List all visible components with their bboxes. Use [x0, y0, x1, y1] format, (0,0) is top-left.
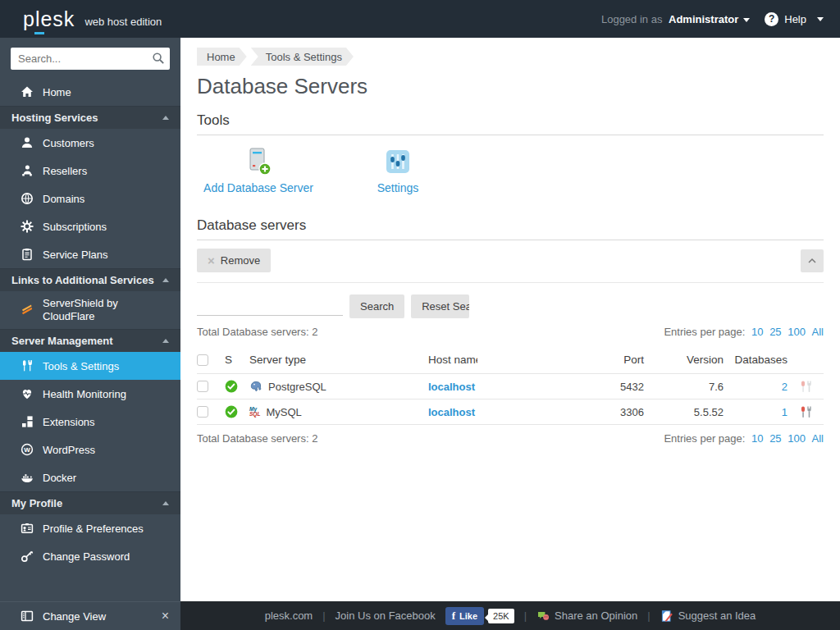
row-checkbox[interactable]: [197, 406, 208, 418]
sidebar-item-tools-settings[interactable]: Tools & Settings: [0, 352, 180, 380]
page-size-25[interactable]: 25: [769, 432, 781, 445]
webadmin-tools-icon[interactable]: [799, 405, 813, 419]
settings-button[interactable]: Settings: [353, 147, 443, 194]
col-databases: Databases: [724, 354, 788, 366]
facebook-like-widget[interactable]: f Like 25K: [445, 607, 514, 625]
sidebar-item-resellers[interactable]: Resellers: [0, 157, 180, 185]
search-button[interactable]: Search: [349, 294, 404, 318]
servers-table: S Server type Host name Port Version Dat…: [197, 346, 824, 425]
sidebar-section-server-management[interactable]: Server Management: [0, 329, 180, 352]
add-database-server-button[interactable]: Add Database Server: [197, 147, 320, 194]
sidebar-item-health-monitoring[interactable]: Health Monitoring: [0, 380, 180, 408]
sidebar-item-servershield[interactable]: ServerShield by CloudFlare: [0, 291, 180, 329]
status-ok-icon: [225, 405, 238, 418]
close-icon[interactable]: ×: [162, 609, 169, 623]
col-version: Version: [644, 354, 724, 366]
change-view-button[interactable]: Change View ×: [0, 601, 180, 630]
remove-x-icon: ×: [208, 257, 215, 265]
note-pencil-icon: [660, 609, 673, 623]
reset-search-button[interactable]: Reset Search: [411, 294, 469, 318]
page-title: Database Servers: [197, 74, 824, 99]
layout-icon: [21, 609, 34, 623]
col-port: Port: [562, 354, 644, 366]
breadcrumb: Home Tools & Settings: [197, 48, 824, 66]
footer: plesk.com | Join Us on Facebook f Like 2…: [180, 601, 840, 630]
help-icon: ?: [765, 12, 778, 26]
select-all-checkbox[interactable]: [197, 354, 208, 366]
row-checkbox[interactable]: [197, 381, 208, 392]
id-card-icon: [21, 522, 34, 535]
sidebar-item-profile-preferences[interactable]: Profile & Preferences: [0, 514, 180, 542]
page-size-10[interactable]: 10: [751, 432, 763, 445]
chevron-up-icon: [162, 339, 169, 343]
sidebar-item-service-plans[interactable]: Service Plans: [0, 240, 180, 268]
help-menu[interactable]: ? Help: [765, 12, 824, 26]
database-server-add-icon: [244, 147, 272, 176]
cloudflare-flag-icon: [21, 304, 34, 317]
breadcrumb-home[interactable]: Home: [197, 48, 247, 66]
sidebar-item-home[interactable]: Home: [0, 78, 180, 106]
table-header-row: S Server type Host name Port Version Dat…: [197, 346, 824, 374]
remove-button[interactable]: × Remove: [197, 249, 271, 272]
filter-input[interactable]: [197, 298, 343, 316]
user-menu[interactable]: Administrator: [669, 13, 738, 25]
page-size-all[interactable]: All: [812, 326, 824, 338]
webadmin-tools-icon[interactable]: [799, 380, 813, 394]
chevron-down-icon: [817, 17, 824, 21]
host-link[interactable]: localhost: [428, 406, 562, 418]
plesk-logo[interactable]: plesk: [23, 7, 75, 31]
chevron-up-icon: [162, 501, 169, 505]
sidebar-item-wordpress[interactable]: W WordPress: [0, 436, 180, 463]
total-count-label: Total Database servers: 2: [197, 432, 317, 445]
port-value: 3306: [562, 406, 644, 418]
databases-count-link[interactable]: 1: [724, 406, 788, 418]
list-toolbar: × Remove: [197, 249, 824, 283]
entries-per-page: Entries per page: 10 25 100 All: [664, 432, 824, 445]
breadcrumb-tools-settings[interactable]: Tools & Settings: [251, 48, 354, 66]
suggest-idea-link[interactable]: Suggest an Idea: [660, 609, 756, 623]
sidebar-item-customers[interactable]: Customers: [0, 129, 180, 157]
total-count-label: Total Database servers: 2: [197, 326, 317, 338]
page-size-100[interactable]: 100: [788, 326, 806, 338]
facebook-link[interactable]: Join Us on Facebook: [336, 609, 436, 622]
collapse-toolbar-button[interactable]: [801, 249, 824, 272]
page-size-25[interactable]: 25: [769, 326, 781, 338]
logged-in-as[interactable]: Logged in as Administrator: [601, 13, 750, 25]
host-link[interactable]: localhost: [428, 381, 562, 393]
chevron-up-icon: [806, 255, 818, 267]
sidebar-item-subscriptions[interactable]: Subscriptions: [0, 212, 180, 240]
chevron-down-icon: [743, 18, 750, 22]
facebook-icon: f: [452, 609, 455, 623]
page-size-all[interactable]: All: [812, 432, 824, 445]
col-host-name: Host name: [428, 354, 477, 366]
databases-count-link[interactable]: 2: [724, 381, 788, 393]
tools-heading: Tools: [197, 112, 824, 135]
plesk-com-link[interactable]: plesk.com: [265, 609, 313, 622]
sidebar-item-extensions[interactable]: Extensions: [0, 408, 180, 436]
like-button[interactable]: f Like: [445, 607, 484, 625]
blocks-icon: [21, 415, 34, 428]
share-opinion-link[interactable]: Share an Opinion: [536, 609, 637, 623]
sidebar: Home Hosting Services Customers Reseller…: [0, 38, 180, 630]
home-icon: [21, 85, 34, 98]
page-size-100[interactable]: 100: [788, 432, 806, 445]
reseller-icon: [21, 164, 34, 177]
chevron-up-icon: [162, 278, 169, 282]
sidebar-item-change-password[interactable]: Change Password: [0, 542, 180, 570]
svg-text:W: W: [24, 446, 30, 454]
sidebar-item-domains[interactable]: Domains: [0, 185, 180, 212]
port-value: 5432: [562, 381, 644, 393]
col-status: S: [225, 354, 249, 366]
tools-icon: [21, 359, 34, 372]
sliders-icon: [384, 147, 412, 176]
page-size-10[interactable]: 10: [751, 326, 763, 338]
sidebar-section-hosting-services[interactable]: Hosting Services: [0, 106, 180, 129]
search-input[interactable]: [11, 48, 170, 70]
sidebar-section-additional-services[interactable]: Links to Additional Services: [0, 268, 180, 291]
user-icon: [21, 136, 34, 149]
search-icon: [152, 52, 165, 65]
wordpress-icon: W: [21, 443, 34, 456]
sidebar-section-my-profile[interactable]: My Profile: [0, 491, 180, 514]
globe-icon: [21, 192, 34, 205]
sidebar-item-docker[interactable]: Docker: [0, 463, 180, 491]
